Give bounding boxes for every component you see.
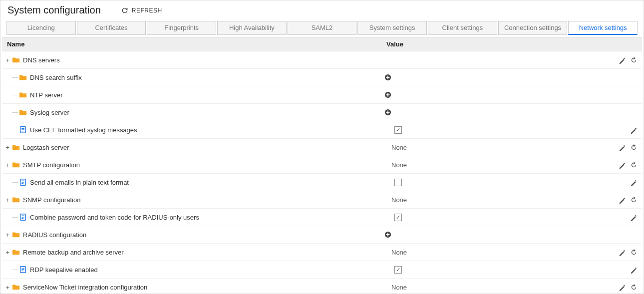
tree-cell: +—Use CEF formatted syslog messages	[4, 126, 384, 134]
expand-toggle[interactable]: +	[4, 56, 11, 64]
row-label: Logstash server	[23, 144, 69, 151]
value-cell: ✓	[384, 266, 613, 274]
edit-icon[interactable]	[619, 161, 626, 169]
add-icon[interactable]	[384, 231, 391, 238]
table-row: +—DNS search suffix	[2, 69, 642, 86]
table-row: +—NTP server	[2, 86, 642, 104]
table-row: +ServiceNow Ticket integration configura…	[2, 279, 642, 294]
expand-toggle[interactable]: +	[4, 144, 11, 151]
row-label: Combine password and token code for RADI…	[30, 214, 199, 221]
value-cell	[384, 74, 613, 81]
row-actions	[613, 196, 638, 204]
row-actions	[613, 144, 638, 151]
edit-icon[interactable]	[630, 266, 638, 274]
edit-icon[interactable]	[619, 196, 626, 204]
tree-cell: +ServiceNow Ticket integration configura…	[4, 283, 384, 291]
value-cell: None	[384, 284, 613, 291]
folder-icon	[12, 248, 20, 256]
row-label: RDP keepalive enabled	[30, 266, 98, 274]
row-label: RADIUS configuration	[23, 231, 86, 239]
row-actions	[613, 56, 638, 64]
add-icon[interactable]	[384, 74, 391, 81]
reset-icon[interactable]	[630, 284, 638, 291]
row-label: SMTP configuration	[23, 161, 80, 169]
tab-network-settings[interactable]: Network settings	[568, 21, 638, 35]
tree-line: —	[12, 74, 18, 81]
row-actions	[613, 214, 638, 221]
value-cell	[384, 231, 613, 238]
tree-line: —	[12, 126, 18, 133]
table-row: +—Syslog server	[2, 104, 642, 121]
edit-icon[interactable]	[619, 144, 626, 151]
edit-icon[interactable]	[619, 284, 626, 291]
row-label: Syslog server	[30, 109, 69, 116]
folder-icon	[12, 231, 20, 239]
add-icon[interactable]	[384, 109, 391, 116]
expand-toggle[interactable]: +	[4, 231, 11, 239]
tab-system-settings[interactable]: System settings	[357, 21, 427, 35]
reset-icon[interactable]	[630, 144, 638, 151]
value-text: None	[391, 249, 407, 256]
table-row: +—Combine password and token code for RA…	[2, 209, 642, 226]
tab-certificates[interactable]: Certificates	[77, 21, 146, 35]
row-actions	[613, 249, 638, 256]
row-label: NTP server	[30, 91, 63, 99]
tree-cell: +—Syslog server	[4, 108, 384, 116]
reset-icon[interactable]	[630, 249, 638, 256]
value-cell: ✓	[384, 126, 613, 134]
tree-cell: +—Send all emails in plain text format	[4, 178, 384, 186]
file-icon	[19, 266, 27, 274]
tree-cell: +Logstash server	[4, 143, 384, 151]
reset-icon[interactable]	[630, 161, 638, 169]
edit-icon[interactable]	[630, 214, 638, 221]
tab-connection-settings[interactable]: Connection settings	[498, 21, 568, 35]
refresh-button[interactable]: REFRESH	[121, 6, 162, 14]
row-actions	[613, 161, 638, 169]
table-row: +DNS servers	[2, 51, 642, 69]
col-value-header: Value	[386, 40, 637, 48]
reset-icon[interactable]	[630, 196, 638, 204]
refresh-icon	[121, 6, 129, 14]
table-row: +Remote backup and archive serverNone	[2, 244, 642, 261]
tree-cell: +—NTP server	[4, 91, 384, 99]
checkbox[interactable]: ✓	[394, 214, 402, 221]
tree-cell: +—Combine password and token code for RA…	[4, 213, 384, 221]
value-cell: None	[384, 196, 613, 204]
reset-icon[interactable]	[630, 56, 638, 64]
table-row: +RADIUS configuration	[2, 226, 642, 244]
checkbox[interactable]: ✓	[394, 126, 402, 134]
page-title: System configuration	[7, 4, 101, 16]
edit-icon[interactable]	[630, 126, 638, 134]
tab-high-availability[interactable]: High Availability	[217, 21, 287, 35]
table-row: +—Use CEF formatted syslog messages✓	[2, 121, 642, 139]
edit-icon[interactable]	[619, 249, 626, 256]
tab-client-settings[interactable]: Client settings	[428, 21, 497, 35]
tab-fingerprints[interactable]: Fingerprints	[147, 21, 216, 35]
tab-bar: LicencingCertificatesFingerprintsHigh Av…	[0, 21, 644, 35]
expand-toggle[interactable]: +	[4, 161, 11, 169]
folder-icon	[12, 196, 20, 204]
expand-toggle[interactable]: +	[4, 196, 11, 204]
table-body: +DNS servers+—DNS search suffix+—NTP ser…	[2, 51, 642, 294]
file-icon	[19, 213, 27, 221]
checkbox[interactable]	[394, 179, 402, 186]
checkbox[interactable]: ✓	[394, 266, 402, 274]
tab-licencing[interactable]: Licencing	[6, 21, 76, 35]
value-cell	[384, 109, 613, 116]
edit-icon[interactable]	[619, 56, 626, 64]
value-cell: None	[384, 249, 613, 256]
value-cell: None	[384, 161, 613, 169]
row-label: ServiceNow Ticket integration configurat…	[23, 284, 147, 291]
expand-toggle[interactable]: +	[4, 284, 11, 291]
add-icon[interactable]	[384, 91, 391, 98]
edit-icon[interactable]	[630, 179, 638, 186]
tree-cell: +—DNS search suffix	[4, 73, 384, 81]
expand-toggle[interactable]: +	[4, 249, 11, 256]
folder-icon	[12, 56, 20, 64]
tree-cell: +SNMP configuration	[4, 196, 384, 204]
tab-saml2[interactable]: SAML2	[288, 21, 357, 35]
row-label: Send all emails in plain text format	[30, 179, 129, 186]
tree-cell: +—RDP keepalive enabled	[4, 266, 384, 274]
col-name-header: Name	[7, 40, 386, 48]
folder-icon	[12, 143, 20, 151]
